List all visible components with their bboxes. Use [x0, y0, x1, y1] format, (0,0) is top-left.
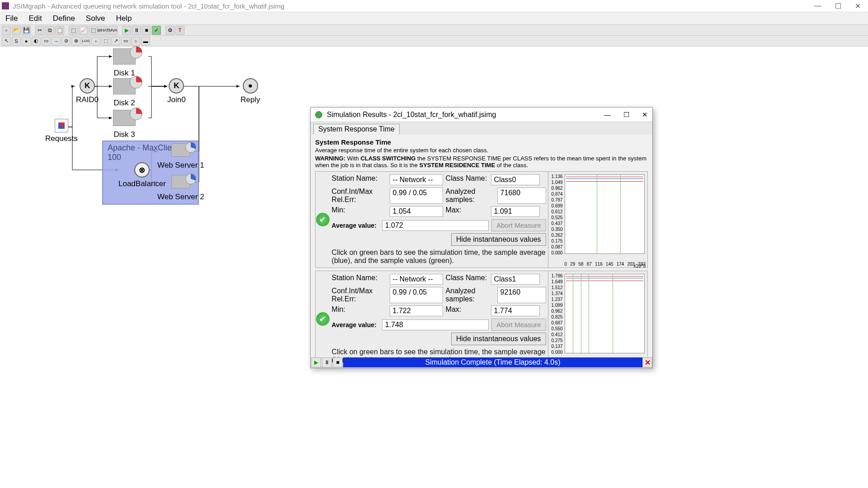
save-icon[interactable]: 💾: [22, 26, 31, 35]
avg-label: Average value:: [332, 321, 379, 328]
node-webserver1[interactable]: Web Server 1: [157, 143, 204, 170]
queue-icon: [171, 175, 190, 188]
dialog-tabs: System Response Time: [311, 122, 652, 135]
pause-icon[interactable]: ⏸: [132, 26, 141, 35]
queue-icon: [113, 78, 136, 94]
node-label: Web Server 2: [157, 192, 204, 202]
node-disk3[interactable]: Disk 3: [113, 110, 136, 139]
cs-node-icon[interactable]: ⬚: [101, 37, 110, 46]
node-label: Disk 3: [113, 130, 136, 139]
router-node-icon[interactable]: ⊘: [61, 37, 71, 46]
fork-node-icon[interactable]: ⊗: [71, 37, 80, 46]
chart-class1[interactable]: 1.7861.6491.5121.3741.2371.0990.9620.825…: [548, 271, 647, 367]
sim-close-button[interactable]: ✕: [642, 357, 652, 367]
pie-icon: [130, 108, 142, 120]
tool-icon[interactable]: ⚙: [165, 26, 175, 35]
paste-icon[interactable]: 📋: [55, 26, 64, 35]
menu-solve[interactable]: Solve: [80, 14, 111, 23]
min-value: 1.722: [390, 305, 443, 316]
sim-stop-button[interactable]: ■: [333, 357, 343, 367]
node-requests[interactable]: Requests: [45, 119, 78, 143]
samples-value: 92160: [497, 287, 546, 303]
select-icon[interactable]: ↖: [2, 37, 11, 46]
run-icon[interactable]: ▶: [122, 26, 131, 35]
source-icon: [55, 119, 68, 132]
measure-heading: System Response Time: [315, 138, 648, 146]
open-icon[interactable]: 📂: [12, 26, 21, 35]
menu-help[interactable]: Help: [110, 14, 137, 23]
pie-icon: [185, 174, 196, 184]
chart-class0[interactable]: 1.1361.0490.9620.8740.7870.6990.6120.525…: [548, 172, 647, 267]
source-node-icon[interactable]: S: [12, 37, 21, 46]
node-join0[interactable]: K Join0: [167, 78, 186, 104]
station-label: Station Name:: [332, 174, 390, 185]
plot-area: [565, 174, 645, 254]
hide-values-button[interactable]: Hide instantaneous values: [451, 233, 546, 246]
whatif-icon[interactable]: WHAT: [99, 26, 108, 35]
mva-icon[interactable]: MVA: [108, 26, 118, 35]
node-reply[interactable]: ● Reply: [241, 78, 260, 104]
maximize-button[interactable]: ☐: [835, 2, 841, 10]
tab-system-response-time[interactable]: System Response Time: [313, 124, 400, 134]
new-icon[interactable]: ▫: [2, 26, 11, 35]
abort-measure-button[interactable]: Abort Measure: [491, 219, 546, 231]
max-value: 1.774: [491, 305, 540, 316]
measure-panel-class1: ✔ Station Name: -- Network -- Class Name…: [315, 271, 648, 367]
pie-icon: [185, 142, 196, 153]
place-node-icon[interactable]: ○: [131, 37, 140, 46]
logger-node-icon[interactable]: ▫: [91, 37, 100, 46]
results-icon[interactable]: ✓: [152, 26, 161, 35]
region-icon[interactable]: ▭: [121, 37, 130, 46]
pie-icon: [130, 76, 142, 89]
measure-warning: WARNING: With CLASS SWITCHING the SYSTEM…: [315, 155, 648, 169]
copy-icon[interactable]: ⧉: [45, 26, 54, 35]
queue-icon: [113, 110, 136, 126]
cut-icon[interactable]: ✂: [35, 26, 44, 35]
delay-node-icon[interactable]: →: [52, 37, 61, 46]
terminal-node-icon[interactable]: ◐: [32, 37, 41, 46]
node-disk2[interactable]: Disk 2: [113, 78, 136, 108]
conf-label: Conf.Int/Max Rel.Err:: [332, 287, 390, 303]
dialog-close-button[interactable]: ✕: [642, 111, 648, 119]
dialog-minimize-button[interactable]: —: [604, 111, 611, 119]
close-button[interactable]: ✕: [855, 2, 861, 10]
min-label: Min:: [332, 305, 390, 316]
node-label: RAID0: [76, 95, 99, 104]
minimize-button[interactable]: —: [814, 2, 821, 10]
node-label: Requests: [45, 134, 78, 143]
dialog-icon: [315, 111, 322, 118]
hide-values-button[interactable]: Hide instantaneous values: [451, 333, 546, 345]
sink-node-icon[interactable]: ●: [22, 37, 31, 46]
link-icon[interactable]: ↗: [111, 37, 120, 46]
queue-icon: [113, 48, 136, 65]
node-webserver2[interactable]: Web Server 2: [157, 175, 204, 202]
menu-edit[interactable]: Edit: [23, 14, 47, 23]
join-node-icon[interactable]: LOG: [81, 37, 90, 46]
conf-value: 0.99 / 0.05: [390, 188, 443, 204]
sim-pause-button[interactable]: ⏸: [322, 357, 332, 367]
queue-node-icon[interactable]: ▭: [42, 37, 51, 46]
station-value: -- Network --: [390, 274, 443, 285]
hint-text: Click on green bars to see the simulatio…: [332, 246, 546, 265]
success-icon: ✔: [316, 312, 330, 326]
sim-play-button[interactable]: ▶: [311, 357, 321, 367]
main-titlebar: JSIMgraph - Advanced queueing network si…: [0, 0, 868, 12]
samples-label: Analyzed samples:: [446, 188, 497, 204]
stop-icon[interactable]: ■: [142, 26, 151, 35]
dialog-maximize-button[interactable]: ☐: [623, 111, 629, 119]
chart-icon[interactable]: 📈: [79, 26, 88, 35]
node-disk1[interactable]: Disk 1: [113, 48, 136, 78]
max-label: Max:: [446, 206, 491, 217]
classes-icon[interactable]: ⬚: [69, 26, 78, 35]
text-icon[interactable]: T: [175, 26, 184, 35]
success-icon: ✔: [316, 213, 330, 226]
menu-file[interactable]: File: [0, 14, 23, 23]
node-raid0[interactable]: K RAID0: [76, 78, 99, 104]
abort-measure-button[interactable]: Abort Measure: [491, 319, 546, 331]
menu-define[interactable]: Define: [47, 14, 80, 23]
results-dialog[interactable]: Simulation Results - 2cl_10stat_fcr_fork…: [310, 107, 653, 368]
measures-icon[interactable]: ⬚: [89, 26, 98, 35]
queue-icon: [171, 143, 190, 157]
dialog-titlebar[interactable]: Simulation Results - 2cl_10stat_fcr_fork…: [311, 108, 652, 122]
transition-icon[interactable]: ▬: [141, 37, 150, 46]
